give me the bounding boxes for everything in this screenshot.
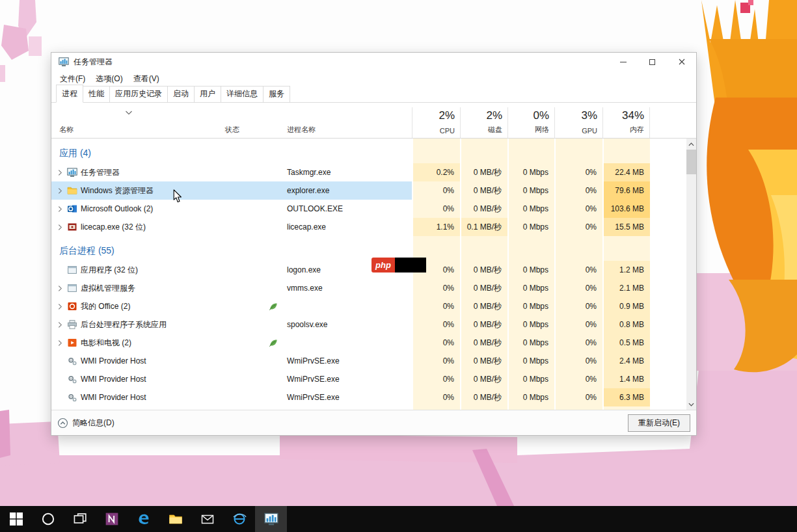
tab-processes[interactable]: 进程	[56, 85, 83, 103]
process-exe-name: WmiPrvSE.exe	[282, 388, 412, 406]
name-cell: WMI Provider Host	[51, 352, 206, 370]
expand-chevron-icon[interactable]	[56, 169, 64, 176]
tab-performance[interactable]: 性能	[83, 86, 110, 102]
close-button[interactable]	[667, 53, 696, 71]
filler-cell	[282, 406, 412, 410]
heatmap-cell: 0 MB/秒	[460, 181, 507, 200]
column-header-memory[interactable]: 34% 内存	[602, 107, 650, 138]
task-manager-button[interactable]	[255, 506, 287, 532]
app-window-icon	[67, 283, 77, 293]
ie-button[interactable]	[223, 506, 255, 532]
maximize-icon	[649, 59, 655, 65]
process-row[interactable]: 电影和电视 (2)0%0 MB/秒0 Mbps0%0.5 MB	[51, 334, 696, 352]
mail-button[interactable]	[191, 506, 223, 532]
heatmap-cell: 0 Mbps	[507, 261, 554, 279]
sort-chevron-icon	[125, 111, 133, 115]
process-exe-name	[282, 334, 412, 352]
column-header-gpu[interactable]: 3% GPU	[554, 107, 602, 138]
name-cell: Windows 资源管理器	[51, 181, 206, 200]
office-icon	[67, 301, 77, 312]
minimize-button[interactable]	[608, 53, 638, 71]
onenote-button[interactable]	[96, 506, 128, 532]
scrollbar-thumb[interactable]	[686, 150, 696, 174]
title-bar[interactable]: 任务管理器	[51, 53, 696, 71]
scroll-down-button[interactable]	[686, 399, 696, 410]
expand-chevron-icon[interactable]	[56, 187, 64, 194]
scroll-up-button[interactable]	[686, 139, 696, 150]
column-status-label: 状态	[225, 125, 239, 135]
group-label: 后台进程 (55)	[51, 236, 206, 261]
column-header-cpu[interactable]: 2% CPU	[412, 107, 460, 138]
heatmap-cell: 0%	[412, 181, 460, 200]
menu-options[interactable]: 选项(O)	[90, 72, 128, 86]
process-row[interactable]: WMI Provider HostWmiPrvSE.exe0%0 MB/秒0 M…	[51, 388, 696, 406]
group-header-row[interactable]: 应用 (4)	[51, 139, 696, 163]
app-window-icon	[67, 265, 77, 275]
name-cell: licecap.exe (32 位)	[51, 218, 206, 236]
process-exe-name: explorer.exe	[282, 181, 412, 200]
tab-details[interactable]: 详细信息	[221, 86, 263, 102]
redaction-bar	[395, 258, 426, 273]
heatmap-cell: 0 Mbps	[507, 352, 554, 370]
process-exe-name: vmms.exe	[282, 279, 412, 297]
heatmap-cell: 0 Mbps	[507, 334, 554, 352]
process-row[interactable]: 我的 Office (2)0%0 MB/秒0 Mbps0%0.9 MB	[51, 297, 696, 315]
expand-chevron-icon[interactable]	[56, 285, 64, 292]
task-view-button[interactable]	[64, 506, 96, 532]
memory-total-percent: 34%	[622, 109, 644, 122]
expand-chevron-icon[interactable]	[56, 339, 64, 347]
heatmap-cell: 0%	[412, 200, 460, 218]
tab-startup[interactable]: 启动	[167, 86, 195, 102]
heatmap-cell	[554, 139, 602, 163]
heatmap-cell: 0%	[554, 218, 602, 236]
heatmap-cell: 0 MB/秒	[460, 388, 507, 406]
name-cell: 任务管理器	[51, 163, 206, 181]
process-row[interactable]: Windows 资源管理器explorer.exe0%0 MB/秒0 Mbps0…	[51, 181, 696, 200]
restart-button[interactable]: 重新启动(E)	[628, 414, 690, 432]
process-display-name: Microsoft Outlook (2)	[81, 204, 153, 213]
process-table: 应用 (4)任务管理器Taskmgr.exe0.2%0 MB/秒0 Mbps0%…	[51, 139, 696, 410]
expand-chevron-icon[interactable]	[56, 206, 64, 213]
menu-view[interactable]: 查看(V)	[128, 72, 165, 86]
column-header-status[interactable]: 状态	[206, 107, 282, 138]
process-row[interactable]: 任务管理器Taskmgr.exe0.2%0 MB/秒0 Mbps0%22.4 M…	[51, 163, 696, 181]
process-row[interactable]: WMI Provider HostWmiPrvSE.exe0%0 MB/秒0 M…	[51, 370, 696, 388]
taskbar	[0, 506, 797, 532]
details-toggle[interactable]: 简略信息(D)	[57, 418, 115, 429]
cortana-button[interactable]	[32, 506, 64, 532]
process-row[interactable]: licecap.exe (32 位)licecap.exe1.1%0.1 MB/…	[51, 218, 696, 236]
status-cell	[206, 181, 282, 200]
heatmap-cell: 2.1 MB	[602, 279, 650, 297]
edge-button[interactable]	[128, 506, 159, 532]
expand-chevron-icon[interactable]	[56, 321, 64, 328]
heatmap-cell	[460, 236, 507, 261]
gpu-column-label: GPU	[582, 127, 597, 135]
name-cell: Microsoft Outlook (2)	[51, 200, 206, 218]
maximize-button[interactable]	[638, 53, 667, 71]
scrollbar[interactable]	[686, 139, 696, 410]
start-button[interactable]	[0, 506, 32, 532]
process-display-name: 我的 Office (2)	[81, 301, 130, 312]
process-row[interactable]: 虚拟机管理服务vmms.exe0%0 MB/秒0 Mbps0%2.1 MB	[51, 279, 696, 297]
heatmap-cell: 0.1 MB/秒	[460, 218, 507, 236]
tab-users[interactable]: 用户	[194, 86, 221, 102]
tab-services[interactable]: 服务	[263, 86, 290, 102]
column-header-disk[interactable]: 2% 磁盘	[460, 107, 507, 138]
column-header-process-name[interactable]: 进程名称	[282, 107, 412, 138]
group-label: 应用 (4)	[51, 139, 206, 163]
process-row[interactable]: WMI Provider HostWmiPrvSE.exe0%0 MB/秒0 M…	[51, 352, 696, 370]
expand-chevron-icon[interactable]	[56, 224, 64, 231]
heatmap-cell: 1.2 MB	[602, 261, 650, 279]
expand-chevron-icon[interactable]	[56, 303, 64, 310]
process-row[interactable]: 后台处理程序子系统应用spoolsv.exe0%0 MB/秒0 Mbps0%0.…	[51, 315, 696, 334]
tab-app-history[interactable]: 应用历史记录	[109, 86, 168, 102]
column-header-network[interactable]: 0% 网络	[507, 107, 554, 138]
heatmap-cell: 0 Mbps	[507, 163, 554, 181]
process-row[interactable]: Microsoft Outlook (2)OUTLOOK.EXE0%0 MB/秒…	[51, 200, 696, 218]
column-header-name[interactable]: 名称	[51, 107, 206, 138]
network-total-percent: 0%	[533, 109, 549, 122]
heatmap-cell: 22.4 MB	[602, 163, 650, 181]
status-cell	[206, 352, 282, 370]
wmi-icon	[67, 392, 77, 403]
file-explorer-button[interactable]	[159, 506, 191, 532]
